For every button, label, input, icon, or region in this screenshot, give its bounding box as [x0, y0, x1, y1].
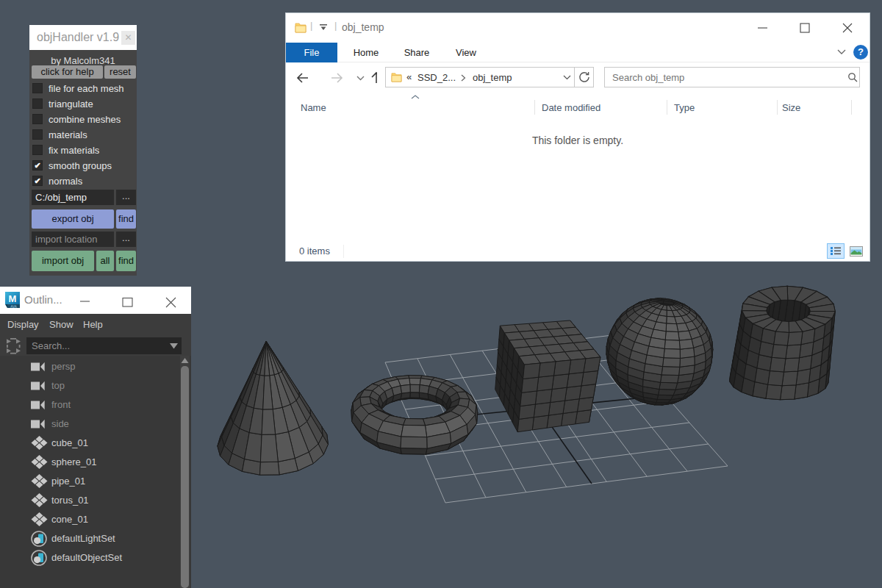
svg-text:AVA: AVA: [10, 305, 16, 309]
svg-text:M: M: [9, 293, 17, 304]
